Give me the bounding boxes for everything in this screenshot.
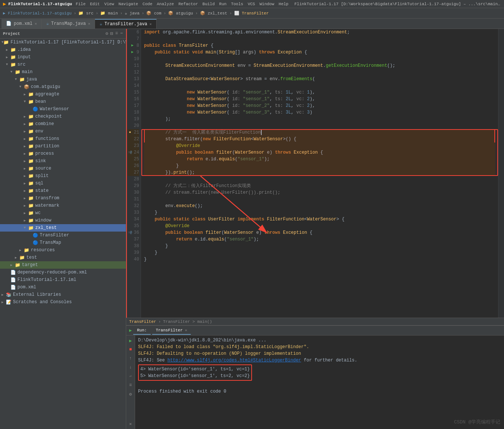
bottom-panel-tabs: ▶ Run: TransFilter ✕ [126,326,504,335]
menu-item-help[interactable]: Help [279,2,288,6]
menu-bar[interactable]: FileEditViewNavigateCodeAnalyzeRefactorB… [76,2,288,6]
tree-item-transfrom[interactable]: ▶ 📁 transfrom [0,194,126,202]
pin-icon[interactable]: − [120,31,123,36]
menu-item-build[interactable]: Build [203,2,215,6]
code-line-37: return e.id.equals("sensor_1"); [144,236,495,243]
menu-item-analyze[interactable]: Analyze [157,2,174,6]
tree-item-bean[interactable]: ▼ 📁 bean [0,98,126,105]
code-line-17: new WaterSensor( id: "sensor_2", ts: 2L,… [144,102,495,109]
tree-item-watersensor[interactable]: 🔵 WaterSensor [0,105,126,113]
tree-item-external-libs[interactable]: ▶ 📚 External Libraries [0,291,126,298]
bottom-panel: ▶ Run: TransFilter ✕ ▶ ■ ↑ ↓ ⏎ ≡ [126,325,504,429]
tab-pom-close[interactable]: ✕ [35,22,37,26]
tree-item-test[interactable]: ▶ 📁 test [0,254,126,261]
gear-icon[interactable]: ⚙ [105,31,108,36]
tree-item-zxl-test[interactable]: ▼ 📁 zxl_test [0,224,126,232]
wrap-button[interactable]: ⏎ [127,373,134,380]
tree-item-transmap-file[interactable]: 🔵 TransMap [0,239,126,246]
menu-item-edit[interactable]: Edit [90,2,99,6]
title-bar: ▶ FlinkTutorial-1.17-atguigu FileEditVie… [0,0,504,8]
filter-button[interactable]: ≡ [127,381,134,389]
code-line-23: @Override [144,143,495,149]
menu-item-refactor[interactable]: Refactor [179,2,198,6]
tree-item-scratches[interactable]: ▶ 📝 Scratches and Consoles [0,298,126,306]
console-output[interactable]: D:\Develop\jdk-win\jdk1.8.0_202\bin\java… [135,335,504,429]
tab-transfilter[interactable]: ☕ TransFilter.java ✕ [95,19,156,29]
tab-transmap[interactable]: ☕ TransMap.java ✕ [42,19,95,29]
code-content[interactable]: import org.apache.flink.streaming.api.en… [141,29,498,318]
code-line-22: stream.filter(new FilterFunction<WaterSe… [144,136,495,143]
nav-item-com: 📦 com [146,11,161,16]
tree-item-functions[interactable]: ▶ 📁 functions [0,135,126,143]
menu-item-tools[interactable]: Tools [231,2,243,6]
tree-item-idea[interactable]: ▶ 📁 .idea [0,46,126,53]
tab-transfilter-close[interactable]: ✕ [150,22,152,26]
settings-icon[interactable]: ≡ [115,31,118,36]
tab-transmap-close[interactable]: ✕ [88,22,90,26]
tree-item-com-atguigu[interactable]: ▼ 📦 com.atguigu [0,83,126,91]
tree-item-sql[interactable]: ▶ 📁 sql [0,180,126,187]
tree-item-iml[interactable]: 📄 FlinkTutorial-1.17.iml [0,276,126,284]
tree-item-wc[interactable]: ▶ 📁 wc [0,209,126,217]
tree-item-target[interactable]: ▶ 📁 target [0,261,126,269]
tree-item-split[interactable]: ▶ 📁 split [0,172,126,180]
menu-item-run[interactable]: Run [219,2,227,6]
tree-item-resources[interactable]: ▶ 📁 resources [0,246,126,254]
watermark: CSDN @学亮编程手记 [454,419,500,425]
app-name: FlinkTutorial-1.17-atguigu [8,2,72,6]
close-run-button[interactable]: ✕ [127,420,134,428]
scroll-up-button[interactable]: ↑ [127,355,134,362]
tree-item-window[interactable]: ▶ 📁 window [0,217,126,224]
code-editor[interactable]: 6 7 ▶8 ▶9 10 11 12 13 14 15 16 17 18 19 … [126,29,504,318]
collapse-icon[interactable]: ⊟ [110,31,113,36]
tab-run[interactable]: Run: [133,327,150,335]
side-buttons: ▶ ■ ↑ ↓ ⏎ ≡ ⚙ ✕ [126,335,135,429]
tree-item-sink[interactable]: ▶ 📁 sink [0,157,126,165]
tree-item-aggreagte[interactable]: ▶ 📁 aggreagte [0,91,126,98]
tree-item-input[interactable]: ▶ 📁 input [0,53,126,61]
tree-item-checkpoint[interactable]: ▶ 📁 checkpoint [0,113,126,120]
tree-item-env[interactable]: ▶ 📁 env [0,128,126,135]
code-line-19: ); [144,116,495,122]
code-line-26: } [144,163,495,169]
menu-item-code[interactable]: Code [143,2,152,6]
tree-item-src[interactable]: ▼ 📁 src [0,61,126,68]
tab-run-close[interactable]: ✕ [185,328,187,333]
menu-item-navigate[interactable]: Navigate [118,2,138,6]
menu-item-view[interactable]: View [104,2,114,6]
menu-item-window[interactable]: Window [259,2,274,6]
scroll-down-button[interactable]: ↓ [127,364,134,371]
settings-run-button[interactable]: ⚙ [127,390,134,398]
tree-item-partition[interactable]: ▶ 📁 partition [0,143,126,150]
tab-transfilter-run[interactable]: TransFilter ✕ [152,327,191,335]
tabs-bar: 📄 pom.xml ✕ ☕ TransMap.java ✕ ☕ TransFil… [0,19,504,29]
tree-item-source[interactable]: ▶ 📁 source [0,165,126,172]
run-play-button[interactable]: ▶ [127,337,134,344]
tree-item-pom[interactable]: 📄 pom.xml [0,284,126,291]
breadcrumb-bar: TransFilter › TransFilter > main() [126,318,504,325]
code-line-21: // 方式一 传入匿名类实现FilterFunction [144,129,495,136]
app-icon: ▶ [3,1,6,7]
nav-item-main: 📁 main [100,11,118,16]
tree-item-main[interactable]: ▼ 📁 main [0,68,126,76]
tree-item-java[interactable]: ▼ 📁 java [0,76,126,83]
tab-pom[interactable]: 📄 pom.xml ✕ [1,19,42,29]
sidebar-title: Project [3,32,20,36]
tree-item-process[interactable]: ▶ 📁 process [0,150,126,157]
tree-item-root[interactable]: ▼ 📁 FlinkTutorial-1.17 [FlinkTutorial-1.… [0,39,126,46]
tree-item-watermark[interactable]: ▶ 📁 watermark [0,202,126,209]
code-line-33: } [144,209,495,216]
stop-button[interactable]: ■ [127,346,134,353]
tree-item-state[interactable]: ▶ 📁 state [0,187,126,194]
tree-item-combine[interactable]: ▶ 📁 combine [0,120,126,128]
tree-item-dep-pom[interactable]: 📄 dependency-reduced-pom.xml [0,269,126,276]
menu-item-file[interactable]: File [76,2,85,6]
tab-transfilter-icon: ☕ [99,21,102,27]
tree-item-transfilter-file[interactable]: 🔵 TransFilter [0,232,126,239]
slf4j-link[interactable]: http://www.slf4j.org/codes.html#StaticLo… [167,358,301,363]
sidebar-icons[interactable]: ⚙ ⊟ ≡ − [105,31,123,36]
nav-item-atguigu: 📦 atguigu [168,11,193,16]
nav-item-transfilter: ⬜ TransFilter [234,11,269,16]
menu-item-vcs[interactable]: VCS [248,2,255,6]
console-line-slf4j-3: SLF4J: See http://www.slf4j.org/codes.ht… [138,357,501,364]
